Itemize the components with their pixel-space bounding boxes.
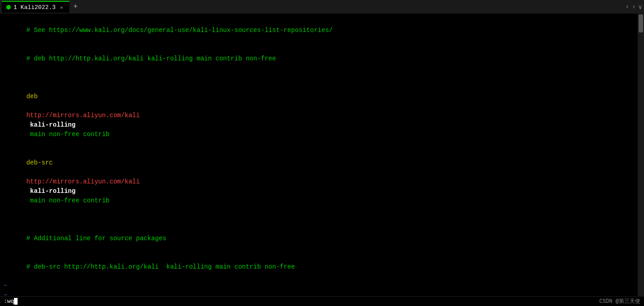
titlebar: 1 Kali2022.3 ✕ + ‹ › ∨ [0,0,644,14]
nav-left-icon[interactable]: ‹ [626,3,629,10]
statusbar: :wq CSDN @第三天使 [0,296,644,306]
deb-url: http://mirrors.aliyun.com/kali [26,112,140,119]
editor-line: # See https://www.kali.org/docs/general-… [4,16,634,45]
deb-keyword: deb [26,93,37,100]
tab-dot [6,5,11,9]
scrollbar[interactable] [638,14,644,296]
debsrc-suite: kali-rolling [26,187,75,195]
comment-text: # See https://www.kali.org/docs/general-… [26,27,333,34]
active-tab[interactable]: 1 Kali2022.3 ✕ [2,1,69,13]
nav-right-icon[interactable]: › [632,3,635,10]
editor-line-debsrc: deb-src http://mirrors.aliyun.com/kali k… [4,149,634,215]
tab-close-button[interactable]: ✕ [59,4,65,10]
deb-space [26,102,30,110]
main-area: # See https://www.kali.org/docs/general-… [0,14,644,296]
scrollbar-thumb[interactable] [639,14,643,32]
editor-line-deb: deb http://mirrors.aliyun.com/kali kali-… [4,82,634,149]
editor-line [4,215,634,224]
titlebar-nav: ‹ › ∨ [626,3,642,11]
debsrc-keyword: deb-src [26,159,53,166]
editor-content[interactable]: # See https://www.kali.org/docs/general-… [0,14,638,296]
tilde-line: ~ [4,291,634,296]
new-tab-button[interactable]: + [70,1,81,12]
editor-line: # Additional line for source packages [4,224,634,253]
nav-dropdown-icon[interactable]: ∨ [639,3,642,11]
vim-command: :wq [4,298,18,305]
debsrc-url: http://mirrors.aliyun.com/kali [26,178,140,185]
tilde-line: ~ [4,281,634,291]
command-text: :wq [4,298,14,305]
deb-components: main non-free contrib [26,131,109,138]
tab-label: 1 Kali2022.3 [14,4,56,11]
debsrc-space [26,169,30,176]
editor-line [4,73,634,82]
cursor [14,298,18,305]
watermark: CSDN @第三天使 [599,297,640,305]
debsrc-components: main non-free contrib [26,197,109,204]
editor-line: # deb http://http.kali.org/kali kali-rol… [4,45,634,73]
comment-text: # deb-src http://http.kali.org/kali kali… [26,263,295,270]
editor-line: # deb-src http://http.kali.org/kali kali… [4,253,634,281]
comment-text: # Additional line for source packages [26,235,166,242]
deb-suite: kali-rolling [26,121,75,128]
comment-text: # deb http://http.kali.org/kali kali-rol… [26,55,276,62]
